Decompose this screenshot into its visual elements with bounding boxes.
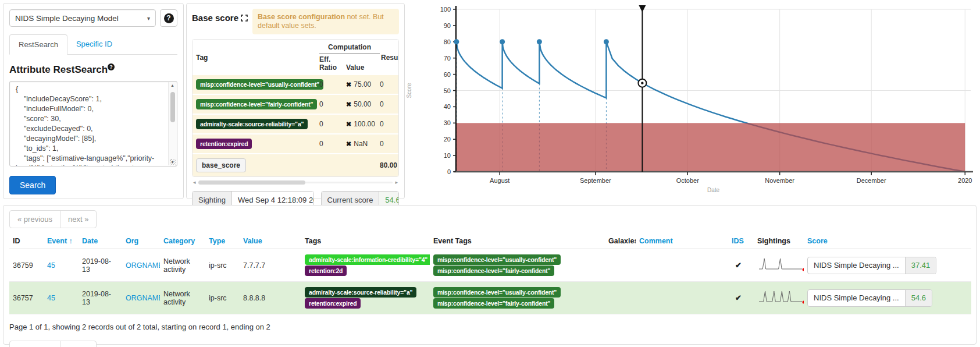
result-value: 0 [380,140,395,148]
cell-value: 7.7.7.7 [240,249,301,282]
tag-badge[interactable]: admiralty-scale:information-credibility=… [305,254,430,265]
score-value-badge: 54.6 [905,290,932,306]
tag-badge[interactable]: misp:confidence-level="fairly-confident" [433,265,554,276]
cell-category: Network activity [160,249,205,282]
tag-badge[interactable]: retention:expired [305,298,361,309]
event-link[interactable]: 45 [47,261,55,270]
threshold-zone [456,123,965,172]
column-header-computation: Computation [319,43,380,54]
tag-badge[interactable]: admiralty-scale:source-reliability="a" [305,287,416,298]
restsearch-query-input[interactable]: { "includeDecayScore": 1, "includeFullMo… [9,81,177,167]
org-link[interactable]: ORGNAME [126,261,160,270]
org-link[interactable]: ORGNAME [126,294,160,302]
multiply-icon: ✖ [346,121,351,128]
tag-badge: misp:confidence-level="fairly-confident" [196,99,317,109]
svg-text:August: August [490,177,509,184]
help-button[interactable]: ? [160,9,177,27]
base-score-row: retention:expired 0 ✖NaN 0 [193,133,398,153]
score-value-badge: 37.41 [905,257,936,274]
attribute-row: 36759 45 2019-08-13 ORGNAME Network acti… [9,249,971,282]
pagination-bottom: « previous next » [9,341,97,347]
expand-icon[interactable] [241,13,248,23]
last-sighting-dot [803,268,804,271]
cell-event-tags: misp:confidence-level="usually-confident… [430,249,605,282]
column-header-comment[interactable]: Comment [636,233,728,249]
column-header-tags: Tags [301,233,430,249]
tab-specific-id[interactable]: Specific ID [67,34,121,54]
decay-score-chart[interactable]: 0102030405060708090100AugustSeptemberOct… [405,0,980,203]
column-header-sightings: Sightings [754,233,804,249]
score-model-label: NIDS Simple Decaying ... [808,290,905,306]
attribute-row: 36757 45 2019-08-13 ORGNAME Network acti… [9,282,971,314]
tab-restsearch[interactable]: RestSearch [9,34,67,55]
cursor-triangle-icon [639,5,646,12]
scrollbar-thumb[interactable] [170,92,175,122]
base-score-title: Base score [192,9,248,34]
column-header-org[interactable]: Org [122,233,160,249]
cell-galaxies [605,249,636,282]
cell-galaxies [605,282,636,314]
svg-text:90: 90 [444,22,451,29]
svg-text:September: September [580,177,611,184]
previous-page-button[interactable]: « previous [10,211,60,228]
svg-text:40: 40 [444,103,451,110]
decaying-model-select[interactable]: NIDS Simple Decaying Model ▾ [9,9,156,27]
base-score-badge: base_score [196,158,246,172]
tag-badge[interactable]: misp:confidence-level="usually-confident… [433,287,561,298]
svg-text:80: 80 [444,38,451,45]
svg-text:10: 10 [444,152,451,159]
svg-text:December: December [857,177,886,184]
decaying-model-select-value: NIDS Simple Decaying Model [15,14,119,23]
column-header-score[interactable]: Score [804,233,971,249]
resize-grip-icon[interactable] [170,159,176,165]
previous-page-button[interactable]: « previous [10,341,60,347]
attributes-table: IDEvent ↑DateOrgCategoryTypeValueTagsEve… [9,233,971,314]
scroll-up-icon[interactable]: ▲ [170,83,174,87]
table-horizontal-scrollbar[interactable]: ◂ ▸ [192,179,399,186]
column-header-category[interactable]: Category [160,233,205,249]
cell-id: 36759 [9,249,44,282]
score-widget[interactable]: NIDS Simple Decaying ...54.6 [807,289,932,307]
svg-text:November: November [765,177,794,184]
event-link[interactable]: 45 [47,294,55,302]
cell-date: 2019-08-13 [79,282,122,314]
restsearch-heading: Attribute RestSearch? [9,63,177,76]
next-page-button[interactable]: next » [60,211,96,228]
cell-comment [636,282,728,314]
eff-ratio-value: 0 [319,140,346,148]
result-value: 0 [380,120,395,128]
sighting-dot [537,39,542,44]
scrollbar-thumb[interactable] [198,180,305,185]
column-header-galaxies: Galaxies [605,233,636,249]
pagination-top: « previous next » [9,210,97,228]
x-axis-label: Date [707,187,720,193]
last-sighting-dot [803,301,804,304]
tag-numerical-value: NaN [354,140,368,148]
tag-badge: admiralty-scale:source-reliability="a" [196,119,308,129]
next-page-button[interactable]: next » [60,341,96,347]
svg-text:60: 60 [444,71,451,78]
tag-badge[interactable]: retention:2d [305,265,347,276]
column-header-date[interactable]: Date [79,233,122,249]
base-score-row: misp:confidence-level="fairly-confident"… [193,94,398,114]
search-button[interactable]: Search [9,176,56,194]
cell-comment [636,249,728,282]
cell-category: Network activity [160,282,205,314]
scroll-right-icon[interactable]: ▸ [395,179,398,185]
column-header-type[interactable]: Type [205,233,240,249]
tag-badge: misp:confidence-level="usually-confident… [196,79,323,90]
pagination-summary: Page 1 of 1, showing 2 records out of 2 … [9,323,970,331]
question-mark-icon: ? [164,13,174,23]
ids-checkmark-icon: ✔ [732,261,742,270]
tag-badge[interactable]: misp:confidence-level="usually-confident… [433,254,561,265]
result-value: 0 [380,80,395,88]
tag-numerical-value: 50.00 [354,100,371,108]
column-header-value[interactable]: Value [240,233,301,249]
multiply-icon: ✖ [346,101,351,108]
column-header-ids[interactable]: IDS [728,233,754,249]
cell-sightings [754,282,804,314]
tag-badge[interactable]: misp:confidence-level="fairly-confident" [433,298,554,309]
column-header-event[interactable]: Event ↑ [44,233,79,249]
scroll-left-icon[interactable]: ◂ [193,179,196,185]
score-widget[interactable]: NIDS Simple Decaying ...37.41 [807,257,936,274]
